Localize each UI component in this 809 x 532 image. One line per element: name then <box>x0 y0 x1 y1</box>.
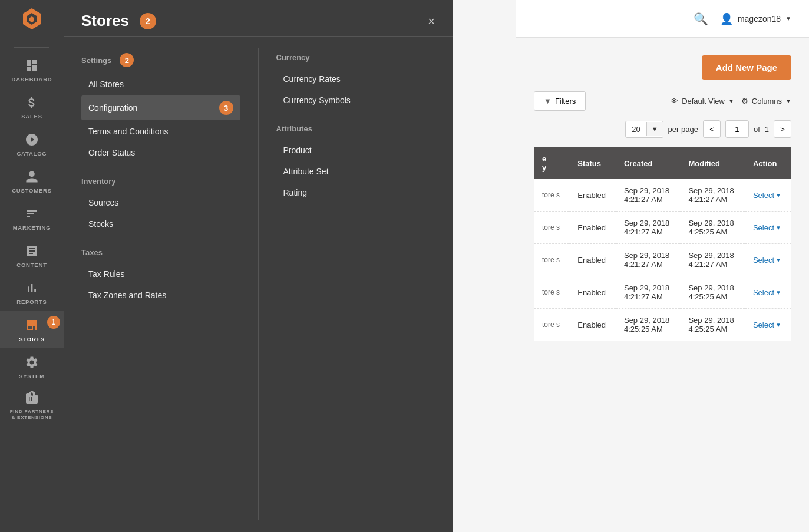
cell-created-4: Sep 29, 2018 4:25:25 AM <box>616 309 680 341</box>
cell-status-1: Enabled <box>569 212 616 244</box>
menu-item-tax-rules[interactable]: Tax Rules <box>81 264 240 284</box>
logo[interactable] <box>17 6 47 44</box>
sidebar-item-find-partners[interactable]: FIND PARTNERS& EXTENSIONS <box>0 385 64 426</box>
sidebar-item-system[interactable]: SYSTEM <box>0 348 64 385</box>
menu-item-configuration[interactable]: Configuration 3 <box>81 95 240 120</box>
sidebar-item-dashboard[interactable]: DASHBOARD <box>0 51 64 88</box>
overlay-left-col: Settings 2 All Stores Configuration 3 Te… <box>64 48 258 520</box>
data-table: ey Status Created Modified Action tore s… <box>534 147 791 341</box>
cell-action-3[interactable]: Select ▼ <box>745 276 791 309</box>
select-dropdown-icon-0: ▼ <box>775 192 781 199</box>
columns-dropdown-icon: ▼ <box>785 98 791 104</box>
main-area: 🔍 👤 magezon18 ▼ Add New Page ▼ Filters 👁… <box>516 0 809 532</box>
menu-item-currency-rates[interactable]: Currency Rates <box>276 69 435 89</box>
sidebar-item-marketing[interactable]: MARKETING <box>0 200 64 237</box>
attributes-section-title: Attributes <box>276 124 435 133</box>
cell-modified-1: Sep 29, 2018 4:25:25 AM <box>680 212 744 244</box>
menu-item-rating[interactable]: Rating <box>276 183 435 203</box>
cell-store-4: tore s <box>534 309 569 341</box>
select-dropdown-icon-4: ▼ <box>775 322 781 328</box>
cell-action-1[interactable]: Select ▼ <box>745 212 791 244</box>
columns-button[interactable]: ⚙ Columns ▼ <box>741 97 791 105</box>
overlay-header: Stores 2 × <box>64 0 453 37</box>
per-page-select[interactable]: 20 ▼ <box>625 121 663 138</box>
marketing-icon <box>22 206 41 222</box>
cell-modified-0: Sep 29, 2018 4:21:27 AM <box>680 179 744 212</box>
select-dropdown-icon-1: ▼ <box>775 224 781 231</box>
stores-overlay-badge: 2 <box>140 13 156 29</box>
menu-item-terms[interactable]: Terms and Conditions <box>81 121 240 141</box>
menu-item-attribute-set[interactable]: Attribute Set <box>276 161 435 181</box>
per-page-dropdown-icon[interactable]: ▼ <box>646 122 663 136</box>
sidebar-item-customers-label: CUSTOMERS <box>12 187 52 194</box>
cell-action-0[interactable]: Select ▼ <box>745 179 791 212</box>
filter-icon: ▼ <box>544 97 552 105</box>
menu-item-sources[interactable]: Sources <box>81 193 240 213</box>
inventory-section-title: Inventory <box>81 177 240 186</box>
cell-created-1: Sep 29, 2018 4:21:27 AM <box>616 212 680 244</box>
current-page-input[interactable]: 1 <box>725 120 749 138</box>
settings-badge: 2 <box>120 53 134 67</box>
menu-item-all-stores[interactable]: All Stores <box>81 74 240 94</box>
sidebar-item-stores[interactable]: STORES 1 <box>0 311 64 348</box>
user-menu[interactable]: 👤 magezon18 ▼ <box>720 12 791 25</box>
username-label: magezon18 <box>738 14 781 24</box>
sidebar-item-dashboard-label: DASHBOARD <box>12 76 52 82</box>
cell-store-1: tore s <box>534 212 569 244</box>
sales-icon <box>22 94 41 111</box>
menu-item-tax-zones[interactable]: Tax Zones and Rates <box>81 285 240 305</box>
overlay-right-col: Currency Currency Rates Currency Symbols… <box>258 48 453 520</box>
menu-item-order-status[interactable]: Order Status <box>81 143 240 163</box>
sidebar-item-catalog[interactable]: CATALOG <box>0 125 64 163</box>
sidebar-item-system-label: SYSTEM <box>19 373 45 379</box>
toolbar: ▼ Filters 👁 Default View ▼ ⚙ Columns ▼ <box>534 91 791 111</box>
sidebar-item-find-partners-label: FIND PARTNERS& EXTENSIONS <box>10 409 54 421</box>
catalog-icon <box>22 131 41 148</box>
sidebar-item-customers[interactable]: CUSTOMERS <box>0 163 64 200</box>
cell-modified-4: Sep 29, 2018 4:25:25 AM <box>680 309 744 341</box>
sidebar-item-content[interactable]: CONTENT <box>0 237 64 274</box>
sidebar-item-reports-label: REPORTS <box>16 299 47 305</box>
filters-button[interactable]: ▼ Filters <box>534 91 586 111</box>
table-row: tore s Enabled Sep 29, 2018 4:25:25 AM S… <box>534 309 791 341</box>
settings-section-title: Settings 2 <box>81 53 240 67</box>
select-link-1[interactable]: Select ▼ <box>753 223 783 232</box>
cell-action-4[interactable]: Select ▼ <box>745 309 791 341</box>
overlay-close-button[interactable]: × <box>428 15 435 27</box>
sidebar-item-sales[interactable]: SALES <box>0 88 64 125</box>
stores-step-badge: 1 <box>47 316 60 329</box>
menu-item-product[interactable]: Product <box>276 140 435 160</box>
dashboard-icon <box>22 57 41 74</box>
cell-store-2: tore s <box>534 244 569 276</box>
sidebar-item-reports[interactable]: REPORTS <box>0 274 64 311</box>
cell-created-2: Sep 29, 2018 4:21:27 AM <box>616 244 680 276</box>
page-header: Add New Page <box>534 55 791 80</box>
of-label: of <box>754 125 760 134</box>
menu-item-currency-symbols[interactable]: Currency Symbols <box>276 90 435 110</box>
select-dropdown-icon-2: ▼ <box>775 257 781 263</box>
select-link-0[interactable]: Select ▼ <box>753 191 783 200</box>
per-page-label: per page <box>668 125 698 134</box>
overlay-title: Stores <box>81 12 129 30</box>
table-row: tore s Enabled Sep 29, 2018 4:21:27 AM S… <box>534 212 791 244</box>
cell-status-3: Enabled <box>569 276 616 309</box>
system-icon <box>22 354 41 371</box>
next-page-button[interactable]: > <box>774 120 791 138</box>
default-view-button[interactable]: 👁 Default View ▼ <box>671 97 734 105</box>
select-dropdown-icon-3: ▼ <box>775 289 781 296</box>
select-link-2[interactable]: Select ▼ <box>753 256 783 265</box>
total-pages: 1 <box>765 125 769 134</box>
th-action: Action <box>745 147 791 179</box>
sidebar-item-marketing-label: MARKETING <box>13 224 51 231</box>
menu-item-stocks[interactable]: Stocks <box>81 214 240 234</box>
add-new-page-button[interactable]: Add New Page <box>702 55 791 80</box>
sidebar: DASHBOARD SALES CATALOG CUSTOMERS MARKET… <box>0 0 64 532</box>
cell-action-2[interactable]: Select ▼ <box>745 244 791 276</box>
select-link-3[interactable]: Select ▼ <box>753 288 783 297</box>
cell-modified-2: Sep 29, 2018 4:21:27 AM <box>680 244 744 276</box>
previous-page-button[interactable]: < <box>703 120 721 138</box>
search-icon[interactable]: 🔍 <box>694 12 708 26</box>
select-link-4[interactable]: Select ▼ <box>753 320 783 329</box>
topbar: 🔍 👤 magezon18 ▼ <box>516 0 809 38</box>
cell-store-0: tore s <box>534 179 569 212</box>
